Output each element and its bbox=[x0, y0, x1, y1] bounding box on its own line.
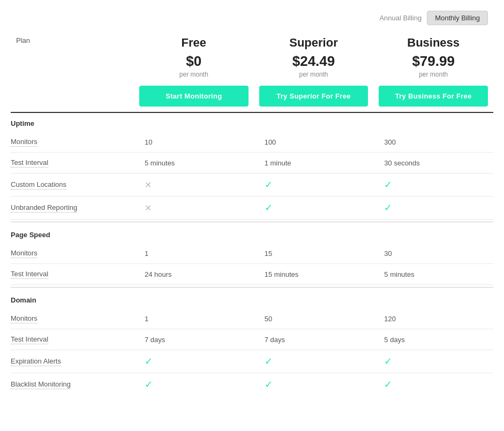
superior-plan-price: $24.49 bbox=[259, 53, 368, 70]
table-row: Unbranded Reporting✕✓✓ bbox=[11, 196, 493, 220]
check-icon: ✓ bbox=[134, 356, 254, 367]
check-icon: ✓ bbox=[254, 379, 374, 390]
superior-plan-header: Superior $24.49 per month Try Superior F… bbox=[254, 36, 374, 107]
annual-billing-label: Annual Billing bbox=[379, 14, 422, 22]
business-plan-price: $79.99 bbox=[379, 53, 488, 70]
row-label-cell: Monitors bbox=[11, 137, 134, 147]
row-label-cell: Custom Locations bbox=[11, 180, 134, 190]
pricing-page: Annual Billing Monthly Billing Plan Free… bbox=[0, 0, 504, 417]
row-value-cell: 1 bbox=[134, 249, 254, 258]
table-row: Expiration Alerts✓✓✓ bbox=[11, 350, 493, 373]
business-plan-name: Business bbox=[379, 36, 488, 50]
row-label: Test Interval bbox=[11, 158, 48, 168]
table-row: Blacklist Monitoring✓✓✓ bbox=[11, 373, 493, 396]
row-value-cell: 50 bbox=[254, 315, 374, 323]
section-divider bbox=[11, 222, 493, 222]
business-cta-button[interactable]: Try Business For Free bbox=[379, 86, 488, 107]
row-value-cell: 1 minute bbox=[254, 159, 374, 167]
row-value-cell: 100 bbox=[254, 138, 374, 146]
section-page-speed: Page Speed bbox=[11, 224, 493, 243]
section-label: Domain bbox=[11, 296, 134, 304]
row-value-cell: 300 bbox=[373, 138, 493, 146]
row-label-cell: Expiration Alerts bbox=[11, 357, 134, 366]
row-value-cell: 7 days bbox=[254, 336, 374, 344]
row-label-cell: Test Interval bbox=[11, 269, 134, 279]
row-label-cell: Unbranded Reporting bbox=[11, 203, 134, 213]
row-label: Monitors bbox=[11, 249, 37, 258]
row-value-cell: 1 bbox=[134, 315, 254, 323]
row-value-cell: 5 days bbox=[373, 336, 493, 344]
check-icon: ✓ bbox=[373, 356, 493, 367]
row-label: Test Interval bbox=[11, 270, 48, 279]
check-icon: ✓ bbox=[373, 202, 493, 214]
check-icon: ✓ bbox=[254, 179, 374, 191]
section-domain: Domain bbox=[11, 290, 493, 308]
row-label: Expiration Alerts bbox=[11, 357, 61, 366]
row-label-cell: Monitors bbox=[11, 248, 134, 258]
free-plan-period: per month bbox=[139, 71, 249, 78]
superior-plan-period: per month bbox=[259, 71, 368, 78]
superior-plan-name: Superior bbox=[259, 36, 368, 50]
x-icon: ✕ bbox=[134, 180, 254, 190]
table-row: Monitors10100300 bbox=[11, 132, 493, 153]
table-row: Custom Locations✕✓✓ bbox=[11, 173, 493, 196]
plan-header-row: Plan Free $0 per month Start Monitoring … bbox=[11, 36, 493, 112]
row-value-cell: 30 bbox=[373, 249, 493, 258]
row-label: Custom Locations bbox=[11, 180, 66, 190]
free-plan-name: Free bbox=[139, 36, 249, 50]
row-value-cell: 30 seconds bbox=[373, 159, 493, 167]
row-value-cell: 5 minutes bbox=[134, 159, 254, 167]
free-plan-price: $0 bbox=[139, 53, 249, 70]
row-value-cell: 5 minutes bbox=[373, 270, 493, 278]
row-label-cell: Blacklist Monitoring bbox=[11, 380, 134, 389]
row-label: Blacklist Monitoring bbox=[11, 380, 71, 389]
row-label: Test Interval bbox=[11, 335, 48, 344]
check-icon: ✓ bbox=[254, 202, 374, 214]
features-table: Uptime Monitors10100300Test Interval5 mi… bbox=[11, 112, 493, 396]
row-label: Monitors bbox=[11, 138, 37, 147]
row-value-cell: 7 days bbox=[134, 336, 254, 344]
row-value-cell: 10 bbox=[134, 138, 254, 146]
table-row: Test Interval24 hours15 minutes5 minutes bbox=[11, 264, 493, 285]
x-icon: ✕ bbox=[134, 203, 254, 213]
check-icon: ✓ bbox=[134, 379, 254, 390]
table-row: Monitors11530 bbox=[11, 243, 493, 264]
section-label: Uptime bbox=[11, 119, 134, 127]
table-row: Test Interval5 minutes1 minute30 seconds bbox=[11, 153, 493, 173]
row-label: Monitors bbox=[11, 314, 37, 323]
section-divider bbox=[11, 287, 493, 288]
row-value-cell: 120 bbox=[373, 315, 493, 323]
check-icon: ✓ bbox=[373, 379, 493, 390]
table-row: Monitors150120 bbox=[11, 308, 493, 329]
plan-header-label-cell: Plan bbox=[11, 36, 134, 107]
business-plan-period: per month bbox=[379, 71, 488, 78]
business-plan-header: Business $79.99 per month Try Business F… bbox=[373, 36, 493, 107]
section-label: Page Speed bbox=[11, 231, 134, 239]
free-plan-header: Free $0 per month Start Monitoring bbox=[134, 36, 254, 107]
monthly-billing-button[interactable]: Monthly Billing bbox=[427, 11, 488, 25]
row-value-cell: 15 bbox=[254, 249, 374, 258]
billing-toggle: Annual Billing Monthly Billing bbox=[11, 11, 493, 25]
row-label-cell: Monitors bbox=[11, 314, 134, 323]
free-cta-button[interactable]: Start Monitoring bbox=[139, 86, 249, 107]
superior-cta-button[interactable]: Try Superior For Free bbox=[259, 86, 368, 107]
check-icon: ✓ bbox=[254, 356, 374, 367]
table-row: Test Interval7 days7 days5 days bbox=[11, 329, 493, 350]
row-value-cell: 24 hours bbox=[134, 270, 254, 278]
row-label: Unbranded Reporting bbox=[11, 203, 77, 213]
check-icon: ✓ bbox=[373, 179, 493, 191]
row-label-cell: Test Interval bbox=[11, 335, 134, 344]
plan-row-label: Plan bbox=[16, 34, 30, 44]
section-uptime: Uptime bbox=[11, 113, 493, 132]
row-label-cell: Test Interval bbox=[11, 158, 134, 168]
row-value-cell: 15 minutes bbox=[254, 270, 374, 278]
